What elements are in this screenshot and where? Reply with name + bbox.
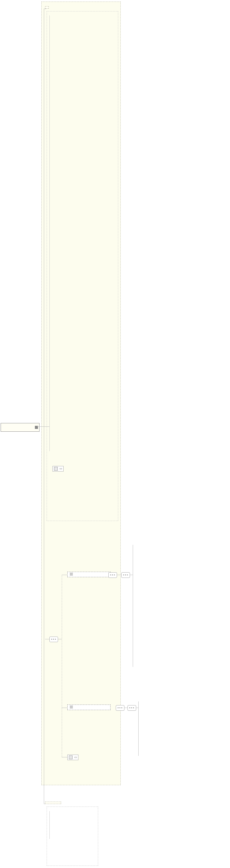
connector [44, 9, 46, 9]
group-icon [70, 706, 73, 709]
sequence-compositor [121, 572, 130, 578]
any-other-element [67, 754, 78, 760]
root-element [1, 423, 39, 432]
connector [62, 708, 67, 708]
connector [62, 757, 67, 757]
sequence-compositor [108, 572, 117, 578]
attributes-label [45, 6, 49, 9]
any-namespace [60, 468, 62, 469]
concept-relationships-group [67, 705, 110, 710]
attributes-frame [46, 11, 118, 521]
group-icon [70, 572, 73, 576]
connector [58, 639, 62, 639]
any-namespace [74, 757, 77, 758]
attr-spine [50, 16, 50, 451]
concept-definition-group [67, 572, 110, 577]
attributes-frame-2 [46, 807, 98, 866]
connector [45, 639, 50, 639]
connector [62, 575, 67, 575]
any-other-attribute [53, 466, 64, 471]
right1-spine [133, 545, 133, 667]
any-icon [69, 755, 72, 759]
attributes-label [45, 802, 61, 804]
right2-spine [138, 702, 139, 756]
any-icon [54, 467, 58, 471]
main-spine [44, 9, 44, 804]
attr-spine [50, 811, 50, 839]
sequence-compositor [116, 705, 124, 711]
seq-spine [62, 575, 62, 757]
sequence-compositor [50, 637, 58, 642]
sequence-compositor [128, 705, 136, 711]
connector [117, 575, 121, 575]
